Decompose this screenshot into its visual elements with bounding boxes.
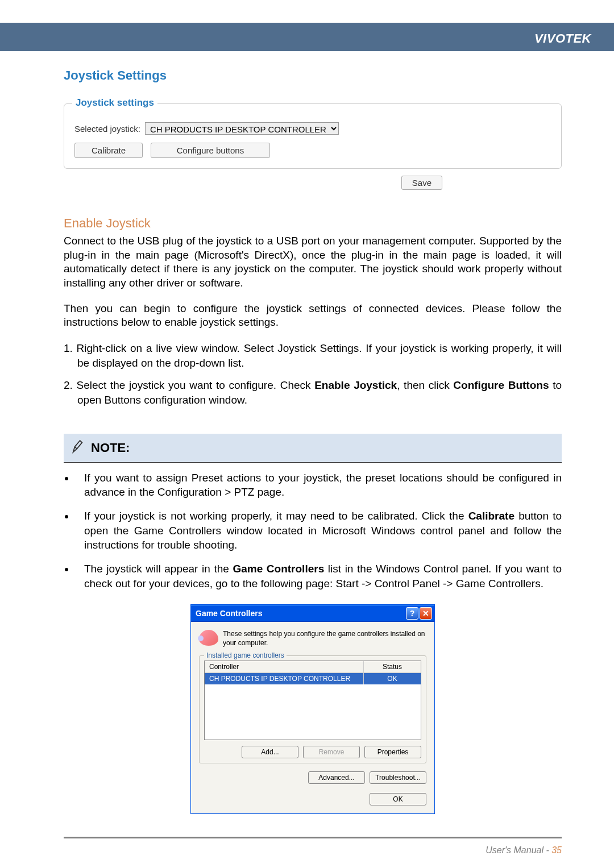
step2-mid: , then click — [397, 379, 453, 391]
note-bullet-2: If your joystick is not working properly… — [75, 509, 562, 553]
configure-buttons-button[interactable]: Configure buttons — [151, 143, 270, 158]
save-button[interactable]: Save — [401, 176, 442, 190]
brand-label: VIVOTEK — [534, 31, 591, 46]
paragraph-1: Connect to the USB plug of the joystick … — [64, 234, 562, 290]
col-controller: Controller — [205, 661, 364, 672]
dialog-title: Game Controllers — [196, 609, 405, 618]
section-title: Joystick Settings — [64, 68, 562, 83]
remove-button[interactable]: Remove — [303, 746, 360, 758]
installed-controllers-fieldset: Installed game controllers Controller St… — [199, 655, 426, 763]
bullet3-pre: The joystick will appear in the — [84, 563, 233, 575]
footer: User's Manual - 35 — [0, 838, 614, 855]
installed-legend: Installed game controllers — [204, 651, 287, 659]
step-2: 2. Select the joystick you want to confi… — [64, 378, 562, 407]
note-bullet-3: The joystick will appear in the Game Con… — [75, 562, 562, 591]
help-icon[interactable]: ? — [406, 607, 418, 620]
note-title: NOTE: — [91, 441, 130, 455]
selected-joystick-label: Selected joystick: — [74, 124, 140, 134]
step2-pre: 2. Select the joystick you want to confi… — [64, 379, 314, 391]
joystick-settings-fieldset: Joystick settings Selected joystick: CH … — [64, 103, 562, 169]
dialog-description: These settings help you configure the ga… — [223, 630, 426, 647]
controllers-list[interactable]: Controller Status CH PRODUCTS IP DESKTOP… — [204, 661, 421, 740]
step2-bold2: Configure Buttons — [453, 379, 549, 391]
step2-bold1: Enable Joystick — [314, 379, 397, 391]
header-band: VIVOTEK — [0, 23, 614, 51]
paragraph-2: Then you can begin to configure the joys… — [64, 302, 562, 330]
pencil-icon — [72, 439, 84, 456]
step-1: 1. Right-click on a live view window. Se… — [64, 341, 562, 370]
note-header: NOTE: — [64, 434, 562, 463]
troubleshoot-button[interactable]: Troubleshoot... — [370, 771, 426, 784]
col-status: Status — [364, 661, 421, 672]
bullet2-pre: If your joystick is not working properly… — [84, 510, 468, 522]
bullet2-bold: Calibrate — [468, 510, 515, 522]
game-controllers-dialog: Game Controllers ? ✕ These settings help… — [190, 604, 435, 814]
advanced-button[interactable]: Advanced... — [308, 771, 365, 784]
row-status: OK — [364, 673, 421, 684]
selected-joystick-dropdown[interactable]: CH PRODUCTS IP DESKTOP CONTROLLER — [145, 122, 339, 135]
enable-joystick-heading: Enable Joystick — [64, 216, 562, 231]
dialog-titlebar[interactable]: Game Controllers ? ✕ — [191, 605, 434, 622]
close-icon[interactable]: ✕ — [420, 607, 432, 620]
calibrate-button[interactable]: Calibrate — [74, 143, 143, 158]
fieldset-legend: Joystick settings — [72, 97, 157, 109]
note-bullet-1: If you want to assign Preset actions to … — [75, 471, 562, 500]
list-header: Controller Status — [205, 661, 421, 673]
ok-button[interactable]: OK — [370, 793, 426, 805]
footer-label: User's Manual - — [486, 845, 551, 855]
row-controller: CH PRODUCTS IP DESKTOP CONTROLLER — [205, 673, 364, 684]
properties-button[interactable]: Properties — [364, 746, 421, 758]
footer-page-number: 35 — [551, 845, 562, 855]
joystick-icon — [199, 630, 218, 646]
bullet3-bold: Game Controllers — [233, 563, 324, 575]
add-button[interactable]: Add... — [242, 746, 298, 758]
list-row-selected[interactable]: CH PRODUCTS IP DESKTOP CONTROLLER OK — [205, 673, 421, 684]
